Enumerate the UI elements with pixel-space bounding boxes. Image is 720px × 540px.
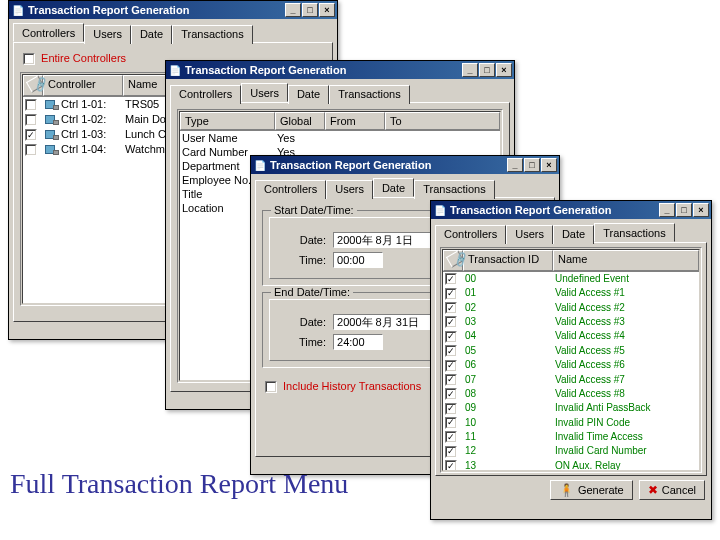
time-label: Time: [276,254,326,266]
col-trans-id[interactable]: Transaction ID [463,250,553,271]
maximize-button[interactable]: □ [676,203,692,217]
transaction-row[interactable]: 06Valid Access #6 [443,358,699,372]
close-button[interactable]: × [541,158,557,172]
tab-users[interactable]: Users [241,83,288,102]
col-from[interactable]: From [325,112,385,130]
tab-controllers[interactable]: Controllers [170,85,241,104]
transaction-row[interactable]: 13ON Aux. Relay [443,459,699,471]
maximize-button[interactable]: □ [479,63,495,77]
row-checkbox[interactable] [445,417,457,429]
end-time-input[interactable] [333,334,383,350]
close-button[interactable]: × [693,203,709,217]
app-icon: 📄 [253,158,267,172]
row-checkbox[interactable] [445,302,457,314]
tab-date[interactable]: Date [288,85,329,104]
row-checkbox[interactable] [445,331,457,343]
tab-users[interactable]: Users [326,180,373,199]
controller-icon [45,130,59,140]
controller-icon [45,100,59,110]
entire-controllers-label: Entire Controllers [41,52,126,64]
col-trans-name[interactable]: Name [553,250,699,271]
transaction-row[interactable]: 01Valid Access #1 [443,286,699,300]
tab-controllers[interactable]: Controllers [13,23,84,42]
titlebar[interactable]: 📄 Transaction Report Generation _ □ × [166,61,514,79]
row-checkbox[interactable] [445,316,457,328]
person-icon: 🧍 [559,483,574,497]
tab-transactions[interactable]: Transactions [594,223,675,242]
controller-icon [45,145,59,155]
minimize-button[interactable]: _ [285,3,301,17]
window-transactions: 📄 Transaction Report Generation _ □ × Co… [430,200,712,520]
date-label: Date: [276,316,326,328]
row-checkbox[interactable] [445,388,457,400]
cancel-button[interactable]: ✖Cancel [639,480,705,500]
generate-label: Generate [578,484,624,496]
window-title: Transaction Report Generation [450,204,659,216]
row-checkbox[interactable] [445,273,457,285]
row-checkbox[interactable] [25,99,37,111]
minimize-button[interactable]: _ [659,203,675,217]
tab-date[interactable]: Date [553,225,594,244]
row-checkbox[interactable] [25,144,37,156]
include-history-label: Include History Transactions [283,380,421,392]
tab-controllers[interactable]: Controllers [255,180,326,199]
link-icon: 🔗 [443,250,463,271]
tab-users[interactable]: Users [84,25,131,44]
tab-transactions[interactable]: Transactions [329,85,410,104]
transaction-row[interactable]: 08Valid Access #8 [443,387,699,401]
row-checkbox[interactable] [445,345,457,357]
row-checkbox[interactable] [445,431,457,443]
transaction-row[interactable]: 02Valid Access #2 [443,301,699,315]
cancel-label: Cancel [662,484,696,496]
start-time-input[interactable] [333,252,383,268]
row-checkbox[interactable] [445,288,457,300]
row-checkbox[interactable] [25,114,37,126]
tab-date[interactable]: Date [373,178,414,197]
window-title: Transaction Report Generation [185,64,462,76]
tab-bar: Controllers Users Date Transactions [13,23,333,42]
user-row[interactable]: User NameYes [180,131,500,145]
tab-users[interactable]: Users [506,225,553,244]
minimize-button[interactable]: _ [507,158,523,172]
col-controller[interactable]: Controller [43,75,123,96]
row-checkbox[interactable] [445,403,457,415]
transaction-row[interactable]: 04Valid Access #4 [443,329,699,343]
tab-controllers[interactable]: Controllers [435,225,506,244]
row-checkbox[interactable] [445,460,457,471]
transaction-row[interactable]: 07Valid Access #7 [443,373,699,387]
row-checkbox[interactable] [445,374,457,386]
close-button[interactable]: × [496,63,512,77]
transaction-row[interactable]: 03Valid Access #3 [443,315,699,329]
col-global[interactable]: Global [275,112,325,130]
row-checkbox[interactable] [445,360,457,372]
tab-bar: Controllers Users Date Transactions [170,83,510,102]
include-history-checkbox[interactable] [265,381,277,393]
transaction-row[interactable]: 11Invalid Time Access [443,430,699,444]
maximize-button[interactable]: □ [302,3,318,17]
link-icon: 🔗 [23,75,43,96]
controller-icon [45,115,59,125]
transaction-row[interactable]: 05Valid Access #5 [443,344,699,358]
titlebar[interactable]: 📄 Transaction Report Generation _ □ × [251,156,559,174]
transaction-row[interactable]: 00Undefined Event [443,272,699,286]
col-to[interactable]: To [385,112,500,130]
page-caption: Full Transaction Report Menu [10,468,348,500]
tab-transactions[interactable]: Transactions [414,180,495,199]
titlebar[interactable]: 📄 Transaction Report Generation _ □ × [9,1,337,19]
titlebar[interactable]: 📄 Transaction Report Generation _ □ × [431,201,711,219]
minimize-button[interactable]: _ [462,63,478,77]
entire-controllers-checkbox[interactable] [23,53,35,65]
tab-transactions[interactable]: Transactions [172,25,253,44]
maximize-button[interactable]: □ [524,158,540,172]
window-title: Transaction Report Generation [270,159,507,171]
tab-bar: Controllers Users Date Transactions [255,178,555,197]
row-checkbox[interactable] [445,446,457,458]
tab-date[interactable]: Date [131,25,172,44]
generate-button[interactable]: 🧍Generate [550,480,633,500]
transaction-row[interactable]: 09Invalid Anti PassBack [443,401,699,415]
transaction-row[interactable]: 12Invalid Card Number [443,444,699,458]
transaction-row[interactable]: 10Invalid PIN Code [443,416,699,430]
close-button[interactable]: × [319,3,335,17]
row-checkbox[interactable] [25,129,37,141]
col-type[interactable]: Type [180,112,275,130]
